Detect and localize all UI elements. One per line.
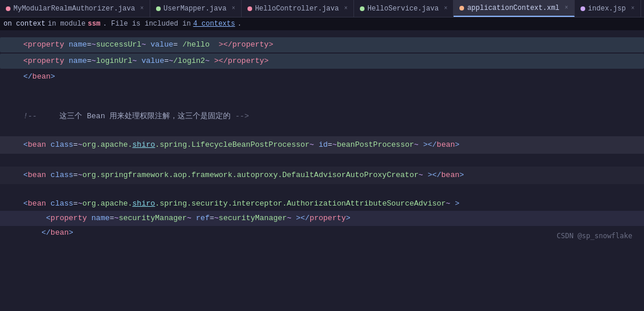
class-val: org.apache. [82,140,132,149]
line-content: </bean> [23,227,644,239]
shiro-link[interactable]: shiro [132,140,155,149]
tab-dot [360,6,365,11]
code-line-auth-open: <bean class=~org.apache.shiro.spring.sec… [0,197,644,211]
code-line-autoproxy: <bean class=~org.springframework.aop.fra… [0,167,644,184]
tab-mymodular[interactable]: MyModularRealmAuthorizer.java × [0,0,150,17]
editor-area: <property name=~successUrl~ value= /hell… [0,30,644,246]
info-middle: in module [48,20,86,28]
empty-line-5 [0,184,644,197]
empty-line-3 [0,123,644,136]
tab-close-icon[interactable]: × [631,5,635,12]
code-line-loginurl: <property name=~loginUrl~ value=~/login2… [0,54,644,69]
line-content: <bean class=~org.springframework.aop.fra… [23,169,644,182]
attr-val: successUrl [96,40,141,49]
tab-appcontext[interactable]: applicationContext.xml × [454,0,574,17]
line-content: <property name=~securityManager~ ref=~se… [23,212,644,225]
tag: bean [33,72,51,81]
tab-label: HelloService.java [367,5,438,13]
info-suffix: . File is included in [102,20,190,28]
line-content: <property name=~loginUrl~ value=~/login2… [23,55,644,68]
comment-end: --> [235,112,249,121]
tab-label: MyModularRealmAuthorizer.java [13,5,135,13]
attr-name2: value [151,40,174,49]
tab-logincontroller[interactable]: LoginControlle... × [641,0,644,17]
tab-close-icon[interactable]: × [444,5,447,12]
tab-dot [247,6,252,11]
empty-line-4 [0,154,644,167]
tab-dot [581,6,585,11]
tab-hellocontroller[interactable]: HelloController.java × [242,0,354,17]
watermark: CSDN @sp_snowflake [557,232,632,240]
empty-line-2 [0,97,644,109]
tab-label: index.jsp [588,5,626,13]
tab-bar: MyModularRealmAuthorizer.java × UserMapp… [0,0,644,17]
tab-usermapper[interactable]: UserMapper.java × [150,0,242,17]
tab-close-icon[interactable]: × [565,5,568,11]
code-line-security-prop: <property name=~securityManager~ ref=~se… [0,211,644,226]
tab-helloservice[interactable]: HelloService.java × [354,0,454,17]
tab-close-icon[interactable]: × [344,5,348,12]
code-line-lifecycle: <bean class=~org.apache.shiro.spring.Lif… [0,136,644,154]
line-content: !-- 这三个 Bean 用来处理权限注解，这三个是固定的 --> [23,110,644,123]
tag-close: ></property> [214,56,269,65]
bracket: </ [23,72,33,81]
line-content: </bean> [23,70,644,83]
tab-close-icon[interactable]: × [232,5,235,12]
tab-dot [6,6,10,11]
tab-label: applicationContext.xml [467,4,559,12]
line-content: <bean class=~org.apache.shiro.spring.Lif… [23,139,644,151]
attr-val: loginUrl [96,56,132,65]
info-module: ssm [88,20,101,28]
line-content: <bean class=~org.apache.shiro.spring.sec… [23,197,644,210]
info-end: . [238,20,242,28]
code-line-final-close: </bean> [0,226,644,240]
tab-close-icon[interactable]: × [140,5,144,12]
tab-dot [156,6,161,11]
tab-label: HelloController.java [255,5,339,13]
shiro-link2[interactable]: shiro [132,199,155,208]
info-prefix: on context [3,20,45,28]
attr-name: name [69,40,87,49]
tag: bean [28,140,46,149]
info-count[interactable]: 4 contexts [193,20,235,28]
tab-indexjsp[interactable]: index.jsp × [575,0,641,17]
tag-open: <property [23,56,64,65]
code-line-comment: !-- 这三个 Bean 用来处理权限注解，这三个是固定的 --> [0,109,644,123]
line-content: <property name=~successUrl~ value= /hell… [23,38,644,51]
code-line-successurl: <property name=~successUrl~ value= /hell… [0,37,644,52]
code-line-bean-close: </bean> [0,70,644,84]
bracket: < [23,140,28,149]
comment-text: !-- [23,112,55,121]
tab-label: UserMapper.java [164,5,227,13]
comment-cn: 这三个 Bean 用来处理权限注解，这三个是固定的 [59,112,231,121]
tab-dot [459,6,464,10]
attr-name: name [69,56,87,65]
tag-open: <property [23,40,64,49]
empty-line-1 [0,84,644,97]
info-bar: on context in module ssm . File is inclu… [0,17,644,30]
id-val: beanPostProcessor [337,140,414,149]
tag-close: ></property> [219,40,274,49]
attr-id: id [319,140,328,149]
attr-name2: value [141,56,164,65]
attr-class: class [51,140,73,149]
